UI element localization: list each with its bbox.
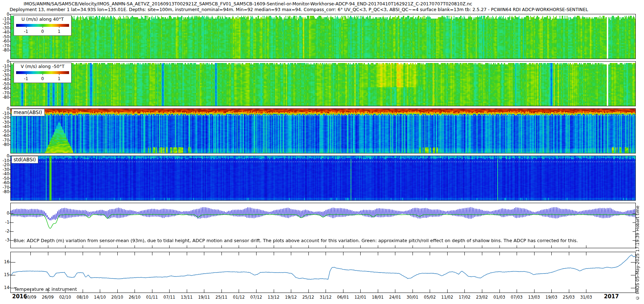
y-tick-mark <box>9 41 11 41</box>
x-tick-label: 01/11 <box>146 295 158 300</box>
y-tick-mark <box>9 231 11 231</box>
y-tick-label: -10 <box>0 64 9 68</box>
y-tick-mark <box>9 46 11 46</box>
y-tick-label: 0 <box>0 12 9 16</box>
x-tick-label: 24/01 <box>389 295 401 300</box>
y-tick-mark <box>9 75 11 75</box>
y-tick-mark <box>9 66 11 67</box>
x-tick-label: 11/02 <box>441 295 453 300</box>
y-tick-mark <box>9 84 11 84</box>
u-colorbar <box>16 24 69 28</box>
y-tick-mark <box>9 275 11 275</box>
x-tick-label: 02/10 <box>59 295 71 300</box>
depth-variation-annotation: Blue: ADCP Depth (m) variation from sens… <box>14 238 578 243</box>
y-tick-mark <box>9 109 11 109</box>
y-tick-mark <box>9 144 11 145</box>
y-tick-label: -40 <box>0 77 9 82</box>
panel-depth-variation: Blue: ADCP Depth (m) variation from sens… <box>10 203 636 248</box>
x-axis-year-end: 2017 <box>604 293 619 300</box>
colorbar-tick-label: 1 <box>58 29 60 34</box>
y-tick-mark <box>9 23 11 24</box>
y-tick-label: 14 <box>0 285 9 290</box>
y-tick-label: -40 <box>0 124 9 129</box>
x-tick-label: 13/03 <box>528 295 540 300</box>
figure-title: IMOS/ANMN/SA/SAM5CB/Velocity/IMOS_ANMN-S… <box>24 1 472 6</box>
y-tick-mark <box>9 37 11 37</box>
y-tick-mark <box>9 161 11 161</box>
y-tick-mark <box>9 288 11 288</box>
x-tick-label: 12/01 <box>355 295 366 300</box>
y-tick-mark <box>9 187 11 188</box>
u-velocity-heatmap <box>11 14 635 59</box>
x-tick-label: 07/03 <box>511 295 523 300</box>
y-tick-label: 0 <box>0 59 9 64</box>
std-absi-heatmap <box>11 156 635 200</box>
v-velocity-heatmap <box>11 62 635 106</box>
x-tick-label: 19/11 <box>198 295 210 300</box>
x-tick-label: 01/12 <box>233 295 245 300</box>
x-tick-label: 14/10 <box>94 295 106 300</box>
x-tick-label: 25/03 <box>563 295 575 300</box>
y-tick-label: -60 <box>0 39 9 43</box>
figure-subtitle: Deployment 13, member 1 lat=34.93S lon=1… <box>10 7 588 12</box>
y-tick-mark <box>9 213 11 214</box>
panel-temperature: Temperature at instrument <box>10 252 636 293</box>
x-tick-label: 07/12 <box>250 295 262 300</box>
std-absi-label: std(ABSI) <box>11 156 38 163</box>
mean-absi-heatmap <box>11 109 635 153</box>
x-tick-label: 01/03 <box>493 295 505 300</box>
y-tick-mark <box>9 262 11 262</box>
x-tick-label: 13/11 <box>181 295 192 300</box>
y-tick-label: 0 <box>0 211 9 215</box>
colorbar-tick-label: 0 <box>41 29 44 34</box>
x-tick-label: 31/12 <box>320 295 332 300</box>
y-tick-label: -80 <box>0 95 9 99</box>
y-tick-label: -30 <box>0 73 9 77</box>
y-tick-label: -50 <box>0 82 9 86</box>
y-tick-mark <box>9 79 11 80</box>
y-tick-mark <box>9 156 11 156</box>
y-tick-label: -20 <box>0 21 9 25</box>
x-tick-label: 19/12 <box>285 295 297 300</box>
y-tick-label: -70 <box>0 185 9 190</box>
y-tick-label: -60 <box>0 133 9 138</box>
x-tick-label: 23/02 <box>476 295 488 300</box>
y-tick-mark <box>9 183 11 183</box>
y-tick-mark <box>9 136 11 136</box>
y-tick-mark <box>9 222 11 222</box>
y-tick-label: -10 <box>0 111 9 116</box>
x-tick-label: 20/09 <box>24 295 36 300</box>
y-tick-mark <box>9 165 11 165</box>
x-tick-label: 05/02 <box>424 295 436 300</box>
y-tick-mark <box>9 32 11 33</box>
x-tick-label: 08/10 <box>77 295 88 300</box>
panel-std-absi: std(ABSI) <box>10 156 636 201</box>
y-tick-label: -40 <box>0 30 9 34</box>
y-tick-label: 16 <box>0 260 9 264</box>
temperature-plot <box>11 252 635 293</box>
y-tick-label: -80 <box>0 48 9 52</box>
y-tick-label: 0 <box>0 154 9 158</box>
y-tick-mark <box>9 28 11 28</box>
y-tick-mark <box>9 240 11 240</box>
y-tick-label: -20 <box>0 68 9 73</box>
y-tick-label: -1 <box>0 220 9 224</box>
y-tick-mark <box>9 127 11 127</box>
y-tick-mark <box>9 70 11 71</box>
y-tick-label: -80 <box>0 142 9 147</box>
x-tick-label: 17/02 <box>459 295 470 300</box>
y-tick-label: -50 <box>0 129 9 133</box>
y-tick-mark <box>9 14 11 15</box>
colorbar-tick-label: -1 <box>24 29 28 34</box>
u-colorbar-legend: U (m/s) along 40°T -101 <box>14 15 72 36</box>
y-tick-label: -3 <box>0 238 9 242</box>
y-tick-label: -50 <box>0 35 9 39</box>
y-tick-mark <box>9 19 11 19</box>
v-colorbar-legend: V (m/s) along -50°T -101 <box>14 63 72 83</box>
y-tick-mark <box>9 113 11 114</box>
panel-v-velocity: V (m/s) along -50°T -101 <box>10 61 636 106</box>
x-tick-label: 07/11 <box>164 295 175 300</box>
colorbar-tick-label: 1 <box>58 76 60 81</box>
x-tick-label: 25/11 <box>215 295 227 300</box>
x-tick-label: 31/03 <box>580 295 592 300</box>
